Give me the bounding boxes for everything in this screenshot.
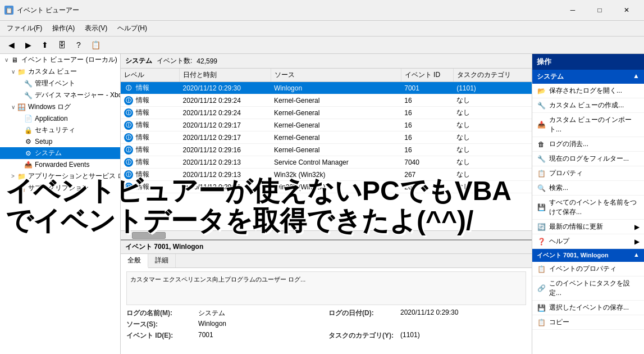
- tab-detail[interactable]: 詳細: [148, 254, 176, 267]
- tree-admin-events[interactable]: 🔧 管理イベント: [0, 78, 120, 89]
- source-value: Winlogon: [198, 320, 324, 329]
- action-event-props[interactable]: 📋 イベントのプロパティ: [532, 262, 644, 276]
- refresh-icon: 🔄: [537, 223, 546, 232]
- minimize-button[interactable]: ─: [560, 2, 586, 18]
- toolbar-save[interactable]: 🗄: [54, 38, 70, 52]
- col-level[interactable]: レベル: [121, 69, 180, 82]
- cell-source-0: Winlogon: [271, 82, 401, 94]
- event-row-4[interactable]: ⓘ 情報 2020/11/12 0:29:17 Kernel-General 1…: [121, 131, 532, 144]
- cell-category-3: なし: [453, 119, 531, 131]
- cell-level-2: ⓘ 情報: [121, 107, 180, 119]
- menu-help[interactable]: ヘルプ(H): [113, 22, 152, 35]
- app-log-icon: 📄: [24, 114, 33, 123]
- horiz-scroll-thumb[interactable]: [132, 232, 166, 239]
- action-copy[interactable]: 📋 コピー: [532, 315, 644, 330]
- tree-forwarded[interactable]: 📤 Forwarded Events: [0, 159, 120, 170]
- col-category[interactable]: タスクのカテゴリ: [453, 69, 531, 82]
- action-save-all[interactable]: 💾 すべてのイベントを名前をつけて保存...: [532, 196, 644, 220]
- event-row-1[interactable]: ⓘ 情報 2020/11/12 0:29:24 Kernel-General 1…: [121, 94, 532, 107]
- level-text-3: 情報: [136, 121, 149, 129]
- detail-panel: イベント 7001, Winlogon 全般 詳細 カスタマー エクスペリエンス…: [121, 239, 532, 354]
- event-row-7[interactable]: ⓘ 情報 2020/11/12 0:29:13 Win32k (Win32k) …: [121, 169, 532, 181]
- toolbar-back[interactable]: ◀: [3, 38, 19, 52]
- save-selected-icon: 💾: [537, 303, 546, 312]
- event-row-3[interactable]: ⓘ 情報 2020/11/12 0:29:17 Kernel-General 1…: [121, 119, 532, 131]
- horizontal-scrollbar[interactable]: [121, 230, 532, 239]
- tree-subscriptions-label: サブスクリプション: [28, 183, 89, 193]
- cell-source-5: Kernel-General: [271, 144, 401, 156]
- action-help-label: ヘルプ: [549, 237, 569, 246]
- col-eventid[interactable]: イベント ID: [401, 69, 453, 82]
- event-row-0[interactable]: ⓘ 情報 2020/11/12 0:29:30 Winlogon 7001 (1…: [121, 82, 532, 94]
- toolbar-document[interactable]: 📋: [88, 38, 103, 52]
- sub-icon: 📋: [17, 184, 26, 193]
- toolbar-forward[interactable]: ▶: [20, 38, 36, 52]
- action-attach-task[interactable]: 🔗 このイベントにタスクを設定...: [532, 276, 644, 301]
- close-button[interactable]: ✕: [614, 2, 640, 18]
- toolbar: ◀ ▶ ⬆ 🗄 ? 📋: [0, 37, 644, 54]
- action-create-label: カスタム ビューの作成...: [549, 101, 624, 110]
- empty-label: [328, 320, 396, 329]
- maximize-button[interactable]: □: [587, 2, 613, 18]
- action-clear-log[interactable]: 🗑 ログの消去...: [532, 137, 644, 152]
- tree-application[interactable]: 📄 Application: [0, 113, 120, 124]
- col-source[interactable]: ソース: [271, 69, 401, 82]
- event-count-label: イベント数:: [157, 56, 192, 66]
- open-log-icon: 📂: [537, 87, 546, 96]
- action-search[interactable]: 🔍 検索...: [532, 181, 644, 196]
- setup-icon: ⚙: [24, 137, 33, 146]
- folder-icon: 📁: [17, 67, 26, 76]
- center-panel: システム イベント数: 42,599 レベル 日付と時刻 ソース イベント ID…: [121, 54, 532, 354]
- tree-system[interactable]: ⚙ システム: [0, 147, 120, 159]
- action-create-view[interactable]: 🔧 カスタム ビューの作成...: [532, 98, 644, 113]
- action-open-saved-log[interactable]: 📂 保存されたログを開く...: [532, 84, 644, 98]
- tree-security[interactable]: 🔒 セキュリティ: [0, 124, 120, 136]
- level-icon-2: ⓘ: [124, 108, 133, 117]
- action-help[interactable]: ❓ ヘルプ ▶: [532, 234, 644, 249]
- menu-file[interactable]: ファイル(F): [2, 22, 47, 35]
- tree-device-manager[interactable]: 🔧 デバイス マネージャー - Xbox: [0, 89, 120, 101]
- cell-datetime-4: 2020/11/12 0:29:17: [180, 131, 271, 144]
- action-clear-label: ログの消去...: [549, 139, 588, 149]
- event-row-8[interactable]: ⓘ 情報 2020/11/12 0:29:11 Win32k (Win32k) …: [121, 181, 532, 193]
- event-row-6[interactable]: ⓘ 情報 2020/11/12 0:29:13 Service Control …: [121, 156, 532, 169]
- toolbar-up[interactable]: ⬆: [37, 38, 53, 52]
- task-cat-value: (1101): [400, 331, 526, 341]
- tree-root[interactable]: ∨ 🖥 イベント ビューアー (ローカル): [0, 54, 120, 66]
- event-id-label: イベント ID(E):: [126, 331, 194, 341]
- menu-action[interactable]: 操作(A): [48, 22, 79, 35]
- tree-subscriptions[interactable]: 📋 サブスクリプション: [0, 182, 120, 194]
- tree-app-services[interactable]: > 📁 アプリケーションとサービス ログ: [0, 170, 120, 182]
- event-count: 42,599: [197, 57, 217, 65]
- tree-custom-view[interactable]: ∨ 📁 カスタム ビュー: [0, 66, 120, 78]
- menu-view[interactable]: 表示(V): [80, 22, 112, 35]
- action-save-selected[interactable]: 💾 選択したイベントの保存...: [532, 301, 644, 315]
- event-row-5[interactable]: ⓘ 情報 2020/11/12 0:29:16 Kernel-General 1…: [121, 144, 532, 156]
- event-table-container[interactable]: レベル 日付と時刻 ソース イベント ID タスクのカテゴリ ⓘ 情報 2020…: [121, 69, 532, 230]
- filter-icon2: 🔧: [24, 91, 33, 100]
- system-section-header[interactable]: システム ▲: [532, 70, 644, 84]
- props-icon: 📋: [537, 169, 546, 178]
- tree-setup[interactable]: ⚙ Setup: [0, 136, 120, 147]
- title-bar: 📋 イベント ビューアー ─ □ ✕: [0, 0, 644, 21]
- event-section-header[interactable]: イベント 7001, Winlogon ▲: [532, 249, 644, 262]
- action-properties[interactable]: 📋 プロパティ: [532, 166, 644, 181]
- event-row-2[interactable]: ⓘ 情報 2020/11/12 0:29:24 Kernel-General 1…: [121, 107, 532, 119]
- action-refresh[interactable]: 🔄 最新の情報に更新 ▶: [532, 220, 644, 234]
- action-open-label: 保存されたログを開く...: [549, 86, 622, 96]
- system-section-title: システム: [537, 72, 564, 81]
- tab-general[interactable]: 全般: [121, 254, 148, 268]
- log-date-label: ログの日付(D):: [328, 308, 396, 318]
- cell-source-6: Service Control Manager: [271, 156, 401, 169]
- tree-windows-log[interactable]: ∨ 🪟 Windows ログ: [0, 101, 120, 113]
- action-import-view[interactable]: 📥 カスタム ビューのインポート...: [532, 113, 644, 137]
- main-layout: ∨ 🖥 イベント ビューアー (ローカル) ∨ 📁 カスタム ビュー 🔧 管理イ…: [0, 54, 644, 354]
- toolbar-help[interactable]: ?: [71, 38, 86, 52]
- save-all-icon: 💾: [537, 203, 546, 212]
- col-datetime[interactable]: 日付と時刻: [180, 69, 271, 82]
- expand-icon: ∨: [2, 57, 10, 63]
- action-filter-log[interactable]: 🔧 現在のログをフィルター...: [532, 152, 644, 166]
- cell-datetime-1: 2020/11/12 0:29:24: [180, 94, 271, 107]
- action-refresh-label: 最新の情報に更新: [549, 222, 603, 232]
- level-icon-3: ⓘ: [124, 121, 133, 130]
